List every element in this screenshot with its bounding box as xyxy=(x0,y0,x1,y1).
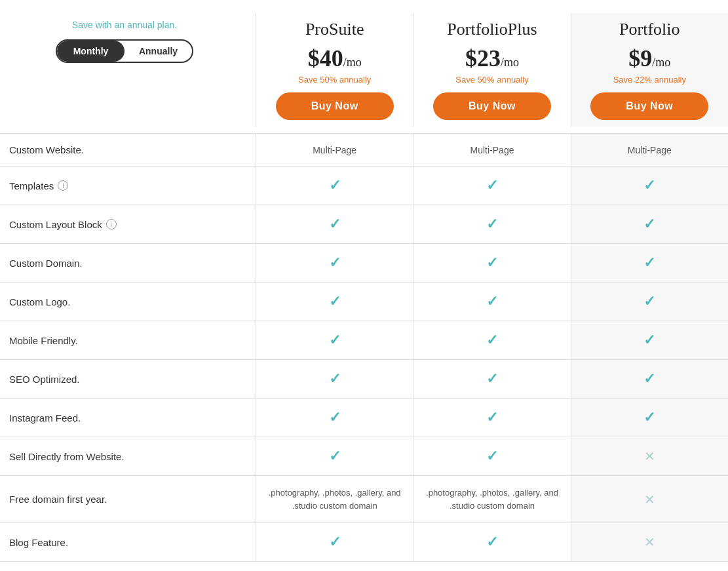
plan-name-prosuite: ProSuite xyxy=(305,20,364,39)
price-amount-prosuite: $40 xyxy=(308,45,343,71)
feature-cell-logo-1: ✓ xyxy=(256,283,413,321)
feature-label-instagram: Instagram Feed. xyxy=(0,399,256,437)
feature-cell-t-1: ✓ xyxy=(256,167,413,205)
feature-label-custom-domain: Custom Domain. xyxy=(0,244,256,282)
feature-row-sell: Sell Directly from Website. ✓ ✓ ✕ xyxy=(0,437,728,475)
header-row: Save with an annual plan. Monthly Annual… xyxy=(0,13,728,133)
domain-text-2: .photography, .photos, .gallery, and .st… xyxy=(420,486,564,512)
feature-row-templates: Templates i ✓ ✓ ✓ xyxy=(0,166,728,205)
check-icon: ✓ xyxy=(486,177,498,194)
check-icon: ✓ xyxy=(486,293,498,310)
buy-btn-portfolioplus[interactable]: Buy Now xyxy=(433,92,551,120)
check-icon: ✓ xyxy=(486,370,498,387)
feature-row-free-domain: Free domain first year. .photography, .p… xyxy=(0,475,728,522)
plan-header-portfolio: Portfolio $9/mo Save 22% annually Buy No… xyxy=(571,13,728,127)
info-icon-templates[interactable]: i xyxy=(58,180,68,191)
feature-cell-seo-1: ✓ xyxy=(256,360,413,398)
monthly-toggle[interactable]: Monthly xyxy=(57,41,125,62)
feature-cell-cd-1: ✓ xyxy=(256,244,413,282)
feature-cell-ig-3: ✓ xyxy=(571,399,728,437)
annually-toggle[interactable]: Annually xyxy=(125,41,192,62)
feature-cell-t-3: ✓ xyxy=(571,167,728,205)
check-icon: ✓ xyxy=(643,216,655,233)
feature-cell-cw-1: Multi-Page xyxy=(256,134,413,166)
feature-cell-seo-3: ✓ xyxy=(571,360,728,398)
check-icon: ✓ xyxy=(329,534,341,551)
check-icon: ✓ xyxy=(486,332,498,349)
check-icon: ✓ xyxy=(643,177,655,194)
cross-icon: ✕ xyxy=(644,448,655,464)
check-icon: ✓ xyxy=(486,409,498,426)
feature-cell-logo-3: ✓ xyxy=(571,283,728,321)
feature-row-custom-domain: Custom Domain. ✓ ✓ ✓ xyxy=(0,243,728,282)
feature-label-seo: SEO Optimized. xyxy=(0,360,256,398)
features-table: Custom Website. Multi-Page Multi-Page Mu… xyxy=(0,133,728,562)
feature-cell-mob-1: ✓ xyxy=(256,321,413,359)
feature-cell-fd-2: .photography, .photos, .gallery, and .st… xyxy=(413,476,570,522)
feature-row-custom-website: Custom Website. Multi-Page Multi-Page Mu… xyxy=(0,133,728,166)
domain-text-1: .photography, .photos, .gallery, and .st… xyxy=(263,486,406,512)
feature-cell-blog-3: ✕ xyxy=(571,523,728,561)
check-icon: ✓ xyxy=(643,409,655,426)
feature-label-blog: Blog Feature. xyxy=(0,523,256,561)
save-text-portfolioplus: Save 50% annually xyxy=(455,75,528,85)
feature-cell-sell-1: ✓ xyxy=(256,437,413,475)
feature-cell-ig-2: ✓ xyxy=(413,399,570,437)
feature-cell-logo-2: ✓ xyxy=(413,283,570,321)
check-icon: ✓ xyxy=(486,534,498,551)
feature-row-blog: Blog Feature. ✓ ✓ ✕ xyxy=(0,522,728,562)
price-amount-portfolio: $9 xyxy=(628,45,652,71)
check-icon: ✓ xyxy=(329,254,341,271)
cross-icon: ✕ xyxy=(644,534,655,550)
feature-cell-cd-2: ✓ xyxy=(413,244,570,282)
cross-icon: ✕ xyxy=(644,492,655,507)
feature-label-free-domain: Free domain first year. xyxy=(0,476,256,522)
feature-cell-mob-3: ✓ xyxy=(571,321,728,359)
check-icon: ✓ xyxy=(486,216,498,233)
check-icon: ✓ xyxy=(329,448,341,465)
check-icon: ✓ xyxy=(643,254,655,271)
check-icon: ✓ xyxy=(643,332,655,349)
feature-cell-blog-1: ✓ xyxy=(256,523,413,561)
feature-cell-blog-2: ✓ xyxy=(413,523,570,561)
feature-cell-t-2: ✓ xyxy=(413,167,570,205)
save-annual-link[interactable]: Save with an annual plan. xyxy=(72,20,177,30)
feature-cell-cl-2: ✓ xyxy=(413,205,570,243)
price-period-portfolio: /mo xyxy=(652,56,670,69)
feature-cell-mob-2: ✓ xyxy=(413,321,570,359)
check-icon: ✓ xyxy=(643,293,655,310)
feature-cell-seo-2: ✓ xyxy=(413,360,570,398)
plan-header-prosuite: ProSuite $40/mo Save 50% annually Buy No… xyxy=(256,13,413,127)
info-icon-custom-layout[interactable]: i xyxy=(106,219,117,229)
check-icon: ✓ xyxy=(329,293,341,310)
feature-cell-ig-1: ✓ xyxy=(256,399,413,437)
billing-toggle: Monthly Annually xyxy=(56,39,193,63)
check-icon: ✓ xyxy=(329,177,341,194)
feature-cell-sell-2: ✓ xyxy=(413,437,570,475)
save-text-prosuite: Save 50% annually xyxy=(298,75,371,85)
feature-cell-cl-1: ✓ xyxy=(256,205,413,243)
feature-cell-sell-3: ✕ xyxy=(571,437,728,475)
check-icon: ✓ xyxy=(329,332,341,349)
feature-cell-cw-3: Multi-Page xyxy=(571,134,728,166)
check-icon: ✓ xyxy=(486,448,498,465)
buy-btn-prosuite[interactable]: Buy Now xyxy=(276,92,394,120)
feature-row-custom-logo: Custom Logo. ✓ ✓ ✓ xyxy=(0,282,728,321)
feature-label-custom-website: Custom Website. xyxy=(0,134,256,166)
price-amount-portfolioplus: $23 xyxy=(465,45,501,71)
save-text-portfolio: Save 22% annually xyxy=(613,75,686,85)
check-icon: ✓ xyxy=(486,254,498,271)
feature-cell-cd-3: ✓ xyxy=(571,244,728,282)
header-left: Save with an annual plan. Monthly Annual… xyxy=(0,13,256,69)
price-period-portfolioplus: /mo xyxy=(501,56,519,69)
feature-label-sell: Sell Directly from Website. xyxy=(0,437,256,475)
plan-header-portfolioplus: PortfolioPlus $23/mo Save 50% annually B… xyxy=(413,13,570,127)
buy-btn-portfolio[interactable]: Buy Now xyxy=(590,92,708,120)
feature-cell-cl-3: ✓ xyxy=(571,205,728,243)
feature-cell-cw-2: Multi-Page xyxy=(413,134,570,166)
feature-label-templates: Templates i xyxy=(0,167,256,205)
check-icon: ✓ xyxy=(329,216,341,233)
feature-row-mobile: Mobile Friendly. ✓ ✓ ✓ xyxy=(0,321,728,359)
feature-row-custom-layout: Custom Layout Block i ✓ ✓ ✓ xyxy=(0,205,728,243)
feature-row-seo: SEO Optimized. ✓ ✓ ✓ xyxy=(0,359,728,398)
